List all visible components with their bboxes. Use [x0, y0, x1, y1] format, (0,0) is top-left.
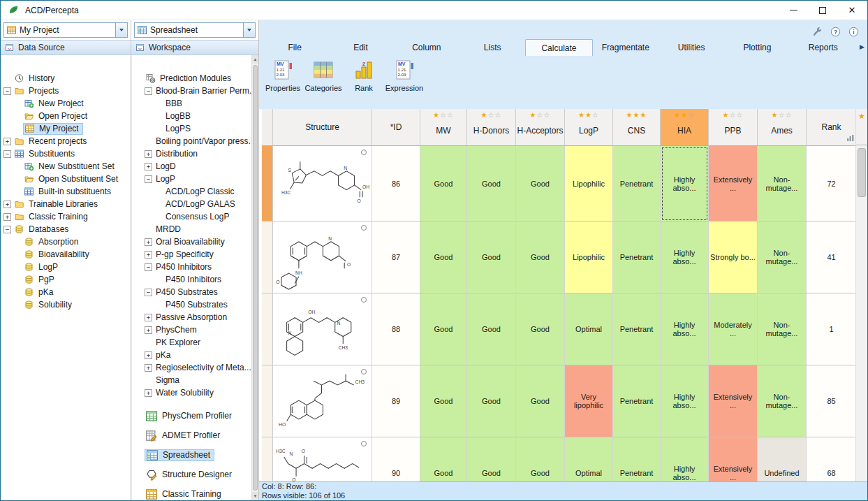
- priority-stars[interactable]: ★☆☆: [433, 109, 454, 119]
- data-source-item-recent-projects[interactable]: +Recent projects: [1, 135, 131, 147]
- column-header-mw[interactable]: ★☆☆MW: [420, 109, 467, 146]
- priority-stars[interactable]: ★☆☆: [481, 109, 502, 119]
- logp-cell-89[interactable]: Very lipophilic: [565, 365, 613, 437]
- workspace-item-admet-profiler[interactable]: ADMET Profiler: [132, 426, 251, 445]
- tree-expander-icon[interactable]: −: [3, 150, 11, 158]
- priority-stars[interactable]: ★★☆: [578, 109, 599, 119]
- view-selector[interactable]: Spreadsheet: [134, 22, 256, 38]
- h-donors-cell-89[interactable]: Good: [467, 365, 516, 437]
- ames-cell-88[interactable]: Non-mutage...: [758, 293, 807, 365]
- data-source-item-projects[interactable]: −Projects: [1, 85, 131, 97]
- priority-stars[interactable]: ★☆☆: [772, 109, 793, 119]
- workspace-item-sigma[interactable]: Sigma: [132, 374, 251, 386]
- row-marker-89[interactable]: [262, 365, 273, 437]
- rank-cell-89[interactable]: 85: [807, 365, 857, 437]
- tree-expander-icon[interactable]: −: [145, 289, 152, 296]
- tree-expander-icon[interactable]: +: [3, 138, 11, 145]
- properties-button[interactable]: MV1.212.03Properties: [263, 58, 302, 108]
- mw-cell-89[interactable]: Good: [420, 365, 467, 437]
- workspace-item-logps[interactable]: LogPS: [132, 122, 251, 135]
- hia-cell-90[interactable]: Highly abso...: [661, 437, 709, 481]
- tree-expander-icon[interactable]: +: [145, 389, 152, 397]
- data-source-item-new-project[interactable]: New Project: [1, 97, 131, 110]
- column-header-h-acceptors[interactable]: ★☆☆H-Acceptors: [516, 109, 565, 146]
- menu-tab-edit[interactable]: Edit: [328, 39, 393, 56]
- data-source-item-bioavailability[interactable]: Bioavailability: [1, 248, 131, 261]
- column-header-cns[interactable]: ★★★CNS: [613, 109, 661, 146]
- data-source-item-logp[interactable]: LogP: [1, 261, 131, 273]
- scrollbar-thumb[interactable]: [253, 65, 258, 491]
- row-marker-87[interactable]: [262, 222, 273, 293]
- workspace-item-p450-inhibitors[interactable]: P450 Inhibitors: [132, 273, 251, 286]
- id-cell-90[interactable]: 90: [372, 437, 420, 481]
- structure-cell-87[interactable]: NONHO: [273, 222, 372, 293]
- structure-cell-86[interactable]: SNOHOH3C: [273, 146, 372, 222]
- column-header-id[interactable]: *ID: [372, 109, 420, 146]
- data-source-item-pgp[interactable]: PgP: [1, 273, 131, 286]
- row-marker-90[interactable]: [262, 437, 273, 481]
- priority-stars[interactable]: ★★☆: [674, 109, 695, 119]
- ames-cell-89[interactable]: Non-mutage...: [758, 365, 807, 437]
- rank-cell-86[interactable]: 72: [807, 146, 857, 222]
- info-icon[interactable]: i: [848, 27, 859, 37]
- data-source-item-history[interactable]: History: [1, 72, 131, 85]
- data-source-item-solubility[interactable]: Solubility: [1, 298, 131, 311]
- workspace-item-regioselectivity-of-meta[interactable]: +Regioselectivity of Meta...: [132, 361, 251, 374]
- table-scrollbar[interactable]: ★: [855, 109, 867, 481]
- workspace-item-passive-absorption[interactable]: +Passive Absorption: [132, 311, 251, 324]
- data-source-item-new-substituent-set[interactable]: New Substituent Set: [1, 160, 131, 173]
- structure-cell-90[interactable]: ONH3CO: [273, 437, 372, 481]
- workspace-item-p450-inhibitors[interactable]: −P450 Inhibitors: [132, 261, 251, 273]
- expression-button[interactable]: MV1.212.03Expression: [385, 58, 424, 108]
- workspace-item-distribution[interactable]: +Distribution: [132, 147, 251, 160]
- h-acceptors-cell-89[interactable]: Good: [516, 365, 565, 437]
- h-donors-cell-86[interactable]: Good: [467, 146, 516, 222]
- tree-expander-icon[interactable]: +: [145, 238, 152, 246]
- data-source-item-my-project[interactable]: My Project: [1, 122, 131, 135]
- workspace-item-p450-substrates[interactable]: P450 Substrates: [132, 298, 251, 311]
- workspace-item-bbb[interactable]: BBB: [132, 97, 251, 110]
- row-marker-88[interactable]: [262, 293, 273, 365]
- rank-cell-90[interactable]: 68: [807, 437, 857, 481]
- menu-tab-lists[interactable]: Lists: [459, 39, 525, 56]
- data-source-item-built-in-substituents[interactable]: Built-in substituents: [1, 185, 131, 198]
- scroll-down-icon[interactable]: ▼: [252, 492, 258, 500]
- ames-cell-90[interactable]: Undefined: [758, 437, 807, 481]
- tree-expander-icon[interactable]: +: [3, 201, 11, 208]
- ppb-cell-89[interactable]: Extensively ...: [709, 365, 758, 437]
- workspace-item-oral-bioavailability[interactable]: +Oral Bioavailability: [132, 235, 251, 248]
- workspace-item-structure-designer[interactable]: Structure Designer: [132, 465, 251, 484]
- project-dropdown-button[interactable]: [115, 23, 127, 37]
- workspace-item-pk-explorer[interactable]: PK Explorer: [132, 336, 251, 349]
- workspace-item-boiling-point-vapor-press[interactable]: Boiling point/Vapor press...: [132, 135, 251, 147]
- menu-tab-calculate[interactable]: Calculate: [525, 39, 592, 56]
- priority-stars[interactable]: ★☆☆: [530, 109, 551, 119]
- id-cell-89[interactable]: 89: [372, 365, 420, 437]
- rank-button[interactable]: 2Rank: [344, 58, 383, 108]
- menu-tab-reports[interactable]: Reports: [790, 39, 856, 56]
- workspace-scrollbar[interactable]: ▲ ▼: [251, 55, 258, 500]
- mw-cell-88[interactable]: Good: [420, 293, 467, 365]
- id-cell-87[interactable]: 87: [372, 222, 420, 293]
- menu-tab-column[interactable]: Column: [394, 39, 459, 56]
- hia-cell-89[interactable]: Highly abso...: [661, 365, 709, 437]
- cns-cell-87[interactable]: Penetrant: [613, 222, 661, 293]
- data-source-item-pka[interactable]: pKa: [1, 286, 131, 298]
- workspace-item-physchem[interactable]: +PhysChem: [132, 324, 251, 336]
- cns-cell-89[interactable]: Penetrant: [613, 365, 661, 437]
- cns-cell-86[interactable]: Penetrant: [613, 146, 661, 222]
- maximize-button[interactable]: [808, 1, 837, 20]
- priority-stars[interactable]: ★★★: [626, 109, 647, 119]
- tree-expander-icon[interactable]: +: [145, 251, 152, 259]
- mw-cell-87[interactable]: Good: [420, 222, 467, 293]
- row-marker-86[interactable]: [262, 146, 273, 222]
- workspace-item-logp[interactable]: −LogP: [132, 173, 251, 185]
- categories-button[interactable]: Categories: [304, 58, 343, 108]
- tabs-overflow-arrow-icon[interactable]: ▶: [860, 43, 865, 50]
- ppb-cell-90[interactable]: Extensively ...: [709, 437, 758, 481]
- tree-expander-icon[interactable]: −: [3, 87, 11, 95]
- h-acceptors-cell-87[interactable]: Good: [516, 222, 565, 293]
- workspace-item-consensus-logp[interactable]: Consensus LogP: [132, 210, 251, 223]
- ppb-cell-88[interactable]: Moderately ...: [709, 293, 758, 365]
- workspace-item-classic-training[interactable]: Classic Training: [132, 484, 251, 500]
